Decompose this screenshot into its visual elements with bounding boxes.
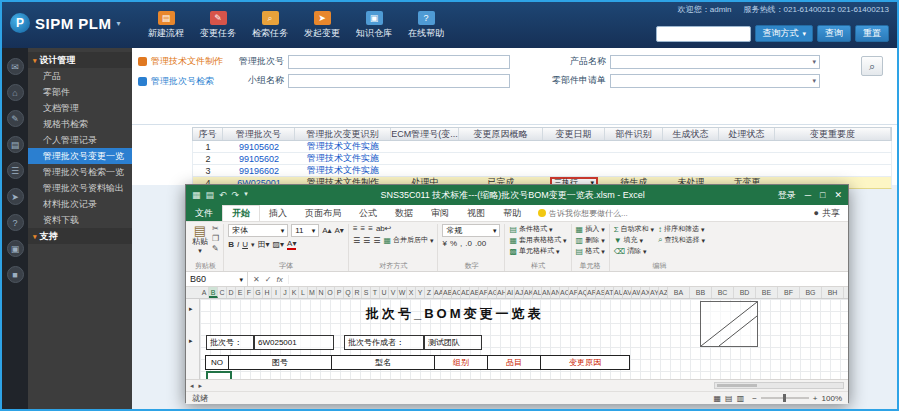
bold-button[interactable]: B (228, 240, 234, 249)
grow-font-icon[interactable]: A▴ (322, 226, 331, 235)
table-cell[interactable]: 管理技术文件实施 (295, 165, 391, 176)
column-header-AM[interactable]: AM (542, 287, 551, 298)
sidebar-item[interactable]: 产品 (28, 68, 132, 84)
sidebar-item[interactable]: 规格书检索 (28, 116, 132, 132)
column-header-M[interactable]: M (308, 287, 317, 298)
borders-icon[interactable]: 田▾ (257, 239, 269, 250)
column-header-V[interactable]: V (389, 287, 398, 298)
column-header-Q[interactable]: Q (344, 287, 353, 298)
active-cell-cursor[interactable] (206, 371, 232, 379)
wrap-text-icon[interactable]: ab↩ (376, 224, 392, 233)
enter-icon[interactable]: ✓ (265, 275, 272, 284)
column-header-I[interactable]: I (272, 287, 281, 298)
batch-value-cell[interactable]: 6W025001 (254, 335, 334, 350)
column-header-AZ[interactable]: AZ (659, 287, 668, 298)
reset-button[interactable]: 重置 (855, 25, 889, 42)
column-header-O[interactable]: O (326, 287, 335, 298)
column-header-AL[interactable]: AL (533, 287, 542, 298)
zoom-slider[interactable] (761, 397, 809, 399)
excel-tab-2[interactable]: 插入 (260, 205, 296, 221)
author-value-cell[interactable]: 测试团队 (424, 335, 482, 350)
column-header-AH[interactable]: AH (497, 287, 506, 298)
column-header-BC[interactable]: BC (712, 287, 734, 298)
share-button[interactable]: ●共享 (814, 205, 840, 221)
column-header-AA[interactable]: AA (434, 287, 443, 298)
copy-icon[interactable]: ❐ (212, 234, 219, 243)
excel-tab-5[interactable]: 数据 (386, 205, 422, 221)
column-header-R[interactable]: R (353, 287, 362, 298)
column-header-J[interactable]: J (281, 287, 290, 298)
fill-color-icon[interactable]: ▨▾ (273, 240, 285, 249)
underline-button[interactable]: U (242, 240, 248, 249)
edit-button2-0[interactable]: ↕排序和筛选▾ (658, 224, 705, 234)
increase-decimal-icon[interactable]: .0 (465, 239, 472, 248)
tell-me-box[interactable]: 告诉我你想要做什么... (538, 205, 628, 221)
toolbar-button-change-task[interactable]: ✎变更任务 (192, 8, 244, 43)
outline-marker-icon[interactable]: ▸ (189, 305, 193, 313)
column-header-AE[interactable]: AE (470, 287, 479, 298)
cells-button-0[interactable]: ▦插入▾ (576, 224, 605, 234)
table-column-header[interactable]: 生成状态 (663, 128, 719, 140)
column-header-AT[interactable]: AT (605, 287, 614, 298)
send-icon[interactable]: ➤ (7, 188, 24, 205)
shrink-font-icon[interactable]: A▾ (335, 226, 344, 235)
column-header-S[interactable]: S (362, 287, 371, 298)
align-right-icon[interactable]: ☰ (373, 236, 380, 245)
sidebar-item[interactable]: 管理批次号检索一览 (28, 164, 132, 180)
column-header-E[interactable]: E (236, 287, 245, 298)
italic-button[interactable]: I (237, 240, 239, 249)
column-header-BG[interactable]: BG (800, 287, 822, 298)
excel-window[interactable]: ▦ ▤ ↶ ↷ ▾ SNS35C011 技术标准---(缩略)批次号BOM变更一… (185, 184, 849, 403)
table-cell[interactable]: 99196602 (223, 165, 295, 176)
cells-button-1[interactable]: ▥删除▾ (576, 235, 605, 245)
font-size-select[interactable]: 11▾ (291, 224, 319, 237)
sidebar-item[interactable]: 文档管理 (28, 100, 132, 116)
styles-button-2[interactable]: ▩单元格样式▾ (509, 246, 566, 256)
column-header-BA[interactable]: BA (668, 287, 690, 298)
column-header-A[interactable]: A (200, 287, 209, 298)
table-column-header[interactable]: ECM管理号(变... (391, 128, 459, 140)
styles-button-0[interactable]: ▤条件格式▾ (509, 224, 566, 234)
decrease-decimal-icon[interactable]: .00 (475, 239, 486, 248)
menu-icon[interactable]: ☰ (7, 162, 24, 179)
toolbar-button-search-task[interactable]: ⌕检索任务 (244, 8, 296, 43)
toolbar-button-online-help[interactable]: ?在线帮助 (400, 8, 452, 43)
horizontal-scrollbar[interactable] (714, 382, 844, 389)
column-header-AQ[interactable]: AQ (578, 287, 587, 298)
cut-icon[interactable]: ✂ (212, 224, 219, 233)
table-cell[interactable]: 99105602 (223, 153, 295, 164)
sheet-nav-right-icon[interactable]: ▸ (199, 382, 203, 390)
sidebar-item[interactable]: 零部件 (28, 84, 132, 100)
redo-icon[interactable]: ↷ (232, 190, 240, 200)
zoom-out-icon[interactable]: − (752, 394, 757, 403)
scroll-thumb[interactable] (717, 384, 757, 387)
normal-view-icon[interactable]: ▦ (714, 394, 722, 403)
column-header-AX[interactable]: AX (641, 287, 650, 298)
column-header-G[interactable]: G (254, 287, 263, 298)
column-header-AB[interactable]: AB (443, 287, 452, 298)
table-cell[interactable]: 99105602 (223, 141, 295, 152)
table-column-header[interactable]: 变更日期 (543, 128, 605, 140)
format-painter-icon[interactable]: ✎ (212, 244, 219, 253)
edit-button-0[interactable]: Σ自动求和▾ (614, 224, 654, 234)
column-header-F[interactable]: F (245, 287, 254, 298)
mail-icon[interactable]: ✉ (7, 58, 24, 75)
filter-product-select[interactable]: ▾ (610, 55, 820, 69)
cancel-icon[interactable]: ✕ (253, 275, 260, 284)
sidebar-item[interactable]: 个人管理记录 (28, 132, 132, 148)
column-header-AD[interactable]: AD (461, 287, 470, 298)
minimize-icon[interactable]: ─ (805, 190, 811, 200)
sidebar-item[interactable]: 管理批次号变更一览 (28, 148, 132, 164)
table-row[interactable]: 399196602管理技术文件实施 (192, 165, 892, 177)
merge-center-button[interactable]: ▦ 合并后居中 ▾ (383, 235, 433, 245)
excel-tab-3[interactable]: 页面布局 (296, 205, 350, 221)
edit-icon[interactable]: ✎ (7, 110, 24, 127)
column-header-AF[interactable]: AF (479, 287, 488, 298)
table-column-header[interactable]: 管理批次变更识别 (295, 128, 391, 140)
filter-batch-input[interactable] (288, 55, 510, 69)
column-header-AR[interactable]: AR (587, 287, 596, 298)
column-header-AV[interactable]: AV (623, 287, 632, 298)
column-header-X[interactable]: X (407, 287, 416, 298)
column-header-AP[interactable]: AP (569, 287, 578, 298)
column-header-D[interactable]: D (227, 287, 236, 298)
